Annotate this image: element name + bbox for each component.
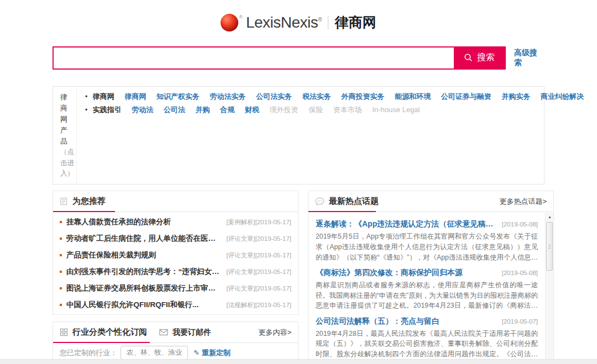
product-link[interactable]: 劳动法实务: [210, 92, 246, 101]
products-label-title: 律商网产品: [60, 92, 74, 147]
product-link[interactable]: 劳动法: [132, 105, 153, 114]
recommend-header: 为您推荐: [53, 191, 298, 212]
topic-summary: 商标是识别商品或者服务来源的标志，使用应是商标产生价值的唯一途径。我国商标注册的…: [316, 280, 538, 311]
topic-head: 《商标法》第四次修改：商标保护回归本源 [2019-05-08]: [316, 268, 538, 278]
recommend-list: 挂靠人借款责任承担的法律分析 [案例解析][2019-05-17] 劳动者旷工后…: [53, 212, 298, 314]
products-row-name: 律商网: [93, 92, 114, 101]
article-meta: [评论文章][2019-05-17]: [226, 284, 291, 293]
search-icon: [464, 53, 473, 62]
article-link[interactable]: 由刘强东事件引发的刑法学思考：“违背妇女意志...: [66, 267, 223, 277]
customized-industry-label: 您已定制的行业：: [60, 348, 117, 358]
article-link[interactable]: 挂靠人借款责任承担的法律分析: [66, 217, 223, 227]
article-meta: [评论文章][2019-05-17]: [226, 235, 291, 243]
article-meta: [评论文章][2019-05-17]: [226, 268, 291, 276]
product-link[interactable]: 公司证券与融资: [441, 92, 491, 101]
more-hot-topics-link[interactable]: 更多热点话题>: [499, 197, 547, 207]
bullet-icon: •: [85, 93, 87, 101]
logo[interactable]: ® LexisNexis ® 律商网: [221, 13, 376, 31]
scrollbar-track[interactable]: ▲ ▼: [545, 213, 553, 364]
industry-header: 行业分类个性化订阅 我要订邮件 更多内容>: [53, 322, 298, 343]
products-bar: 律商网产品 （点击进入） • 律商网 律商网 知识产权实务 劳动法实务 公司法实…: [53, 86, 544, 185]
product-link[interactable]: 知识产权实务: [156, 92, 200, 101]
product-link[interactable]: 合规: [220, 105, 234, 114]
topic-link[interactable]: 公司法司法解释（五）：亮点与留白: [316, 316, 439, 326]
mail-subscribe-label: 我要订邮件: [172, 328, 211, 337]
list-item: 中国人民银行拟允许QFII/RQFII和银行... [法规解析][2019-05…: [60, 297, 291, 313]
product-link[interactable]: 公司法实务: [256, 92, 292, 101]
scroll-up-arrow[interactable]: ▲: [546, 213, 554, 221]
right-column: 最新热点话题 更多热点话题> 逐条解读：《App违法违规认定方法（征求意见稿）》…: [308, 191, 554, 364]
search-box: 搜索: [53, 46, 506, 70]
scrollbar-thumb[interactable]: [546, 222, 553, 271]
article-link[interactable]: 劳动者旷工后生病住院，用人单位能否在医疗期内...: [66, 234, 223, 244]
article-link[interactable]: 产品责任保险相关裁判规则: [66, 250, 223, 260]
topic-date: [2019-05-08]: [498, 270, 538, 276]
product-link-disabled: 保险: [308, 105, 323, 114]
left-column: 为您推荐 挂靠人借款责任承担的法律分析 [案例解析][2019-05-17] 劳…: [53, 191, 298, 364]
product-link[interactable]: 商业纠纷解决: [541, 92, 584, 101]
bullet-icon: [60, 304, 62, 306]
brand-name: LexisNexis: [246, 14, 318, 31]
search-input[interactable]: [54, 48, 454, 68]
recustomize-link[interactable]: ✎ 重新定制: [193, 348, 231, 358]
industry-box: 行业分类个性化订阅 我要订邮件 更多内容> 您已定制的行业： 农、林、牧、渔业 …: [53, 321, 298, 364]
topic-head: 逐条解读：《App违法违规认定方法（征求意见稿）》 [2019-05-08]: [316, 219, 538, 229]
advanced-search-link[interactable]: 高级搜索: [514, 48, 544, 68]
bullet-icon: [60, 271, 62, 273]
topic-item: 逐条解读：《App违法违规认定方法（征求意见稿）》 [2019-05-08] 2…: [316, 217, 538, 266]
more-content-link[interactable]: 更多内容>: [258, 328, 291, 337]
topic-summary: 2019年5月5日，App专项治理工作组在其官网和官方公众号发布《关于征求（Ap…: [316, 231, 538, 262]
site-name: 律商网: [335, 13, 376, 31]
industry-title: 行业分类个性化订阅: [72, 327, 147, 337]
products-row-2: • 实践指引 劳动法 公司法 并购 合规 财税 境外投资 保险 资本市场 In-…: [85, 103, 592, 117]
hot-topics-list: 逐条解读：《App违法违规认定方法（征求意见稿）》 [2019-05-08] 2…: [308, 213, 545, 364]
registered-mark: ®: [239, 14, 243, 20]
mail-subscribe-tab[interactable]: 我要订邮件: [159, 328, 211, 337]
pencil-icon: ✎: [193, 349, 200, 357]
product-link[interactable]: 律商网: [124, 92, 146, 101]
topic-summary: 2019年4月28日，最高人民法院发布《最高人民法院关于适用若干问题的规定（五）…: [316, 329, 538, 360]
industry-chip: 农、林、牧、渔业: [121, 346, 188, 360]
hot-topics-header: 最新热点话题 更多热点话题>: [308, 191, 553, 212]
site-header: ® LexisNexis ® 律商网: [0, 0, 597, 34]
main-content: 为您推荐 挂靠人借款责任承担的法律分析 [案例解析][2019-05-17] 劳…: [53, 191, 554, 364]
search-button[interactable]: 搜索: [454, 48, 505, 68]
list-item: 挂靠人借款责任承担的法律分析 [案例解析][2019-05-17]: [60, 214, 291, 230]
products-row-name: 实践指引: [93, 105, 122, 114]
product-link[interactable]: 外商投资实务: [342, 92, 385, 101]
bullet-icon: [60, 254, 62, 256]
products-label-hint: （点击进入）: [60, 147, 74, 179]
scrollbar-grip: [548, 246, 551, 247]
page: ® LexisNexis ® 律商网 搜索 高级搜索 律商网产品 （点击进入）: [0, 0, 597, 364]
product-link[interactable]: 并购: [196, 105, 210, 114]
list-item: 劳动者旷工后生病住院，用人单位能否在医疗期内... [评论文章][2019-05…: [60, 230, 291, 247]
article-link[interactable]: 中国人民银行拟允许QFII/RQFII和银行...: [66, 300, 223, 310]
list-item: 图说上海证券交易所科创板股票发行上市审核问答系列二 [评论文章][2019-05…: [60, 280, 291, 297]
article-meta: [法规解析][2019-05-17]: [226, 301, 291, 309]
bullet-icon: [60, 287, 62, 289]
registered-mark: ®: [318, 17, 322, 23]
article-link[interactable]: 图说上海证券交易所科创板股票发行上市审核问答系列二: [66, 283, 223, 293]
list-item: 由刘强东事件引发的刑法学思考：“违背妇女意志... [评论文章][2019-05…: [60, 263, 291, 280]
search-button-label: 搜索: [477, 52, 495, 64]
hot-topics-title: 最新热点话题: [329, 196, 379, 207]
product-link[interactable]: 并购实务: [501, 92, 530, 101]
recustomize-label: 重新定制: [202, 348, 231, 358]
active-tab-underline: [53, 342, 150, 343]
product-link[interactable]: 公司法: [164, 105, 185, 114]
topic-link[interactable]: 逐条解读：《App违法违规认定方法（征求意见稿）》: [316, 219, 498, 229]
product-link-disabled: In-house Legal: [372, 105, 420, 114]
topic-head: 公司法司法解释（五）：亮点与留白 [2019-05-07]: [316, 316, 538, 326]
product-link[interactable]: 财税: [245, 105, 259, 114]
topic-date: [2019-05-07]: [498, 318, 538, 325]
hot-topics-box: 最新热点话题 更多热点话题> 逐条解读：《App违法违规认定方法（征求意见稿）》…: [308, 191, 554, 364]
product-link[interactable]: 税法实务: [302, 92, 331, 101]
product-link-disabled: 境外投资: [270, 105, 298, 114]
product-link[interactable]: 能源和环境: [395, 92, 431, 101]
speech-bubble-icon: [315, 197, 324, 205]
bullet-icon: •: [85, 106, 87, 114]
footer-strip: [0, 359, 597, 364]
products-row-1: • 律商网 律商网 知识产权实务 劳动法实务 公司法实务 税法实务 外商投资实务…: [85, 90, 592, 103]
logo-divider: [328, 15, 328, 30]
topic-link[interactable]: 《商标法》第四次修改：商标保护回归本源: [316, 268, 463, 278]
